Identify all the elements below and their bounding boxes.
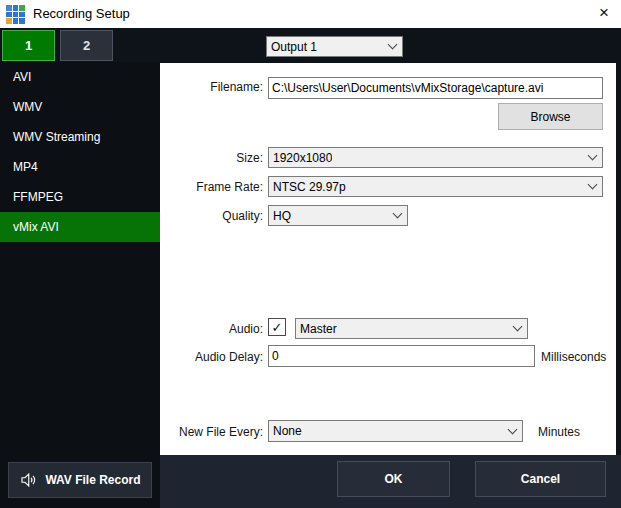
milliseconds-label: Milliseconds	[541, 350, 606, 364]
sidebar-item-ffmpeg[interactable]: FFMPEG	[0, 182, 160, 212]
sidebar: AVI WMV WMV Streaming MP4 FFMPEG vMix AV…	[0, 62, 160, 508]
close-icon[interactable]: ×	[593, 2, 615, 24]
titlebar: Recording Setup ×	[0, 0, 621, 28]
quality-select-value: HQ	[273, 209, 291, 223]
sidebar-item-wmv[interactable]: WMV	[0, 92, 160, 122]
sidebar-item-vmix-avi[interactable]: vMix AVI	[0, 212, 160, 242]
audio-delay-label: Audio Delay:	[160, 350, 263, 364]
cancel-button[interactable]: Cancel	[475, 461, 606, 497]
ok-button[interactable]: OK	[337, 461, 450, 497]
filename-input[interactable]	[268, 77, 603, 99]
size-select[interactable]: 1920x1080	[268, 147, 603, 168]
audio-delay-input[interactable]	[268, 345, 535, 367]
sidebar-item-wmv-streaming[interactable]: WMV Streaming	[0, 122, 160, 152]
tab-output-1[interactable]: 1	[2, 30, 55, 61]
chevron-down-icon	[393, 209, 403, 219]
quality-label: Quality:	[160, 209, 263, 223]
output-select-value: Output 1	[271, 40, 317, 54]
size-select-value: 1920x1080	[273, 151, 332, 165]
tab-output-2[interactable]: 2	[60, 30, 113, 61]
chevron-down-icon	[513, 322, 523, 332]
audio-bus-select[interactable]: Master	[295, 318, 528, 339]
quality-select[interactable]: HQ	[268, 205, 408, 226]
new-file-every-select-value: None	[273, 424, 302, 438]
filename-label: Filename:	[160, 80, 263, 94]
chevron-down-icon	[588, 151, 598, 161]
minutes-label: Minutes	[538, 425, 580, 439]
chevron-down-icon	[508, 424, 518, 434]
chevron-down-icon	[588, 180, 598, 190]
new-file-every-select[interactable]: None	[268, 420, 523, 442]
chevron-down-icon	[388, 40, 398, 50]
vmix-logo-icon	[6, 5, 25, 24]
sidebar-item-avi[interactable]: AVI	[0, 62, 160, 92]
audio-label: Audio:	[160, 322, 263, 336]
audio-checkbox[interactable]: ✓	[268, 318, 286, 336]
window-title: Recording Setup	[33, 6, 130, 21]
new-file-every-label: New File Every:	[160, 425, 263, 439]
recording-setup-dialog: Recording Setup × 1 2 Output 1 AVI WMV W…	[0, 0, 621, 508]
sidebar-item-mp4[interactable]: MP4	[0, 152, 160, 182]
frame-rate-label: Frame Rate:	[160, 180, 263, 194]
wav-file-record-button[interactable]: WAV File Record	[8, 462, 152, 498]
settings-panel: Filename: Browse Size: 1920x1080 Frame R…	[160, 63, 616, 455]
size-label: Size:	[160, 151, 263, 165]
check-icon: ✓	[272, 320, 283, 335]
audio-bus-select-value: Master	[300, 322, 337, 336]
browse-button[interactable]: Browse	[498, 103, 603, 130]
frame-rate-select-value: NTSC 29.97p	[273, 180, 346, 194]
wav-file-record-label: WAV File Record	[45, 473, 140, 487]
output-select[interactable]: Output 1	[266, 36, 403, 57]
speaker-icon	[19, 471, 37, 489]
frame-rate-select[interactable]: NTSC 29.97p	[268, 176, 603, 197]
